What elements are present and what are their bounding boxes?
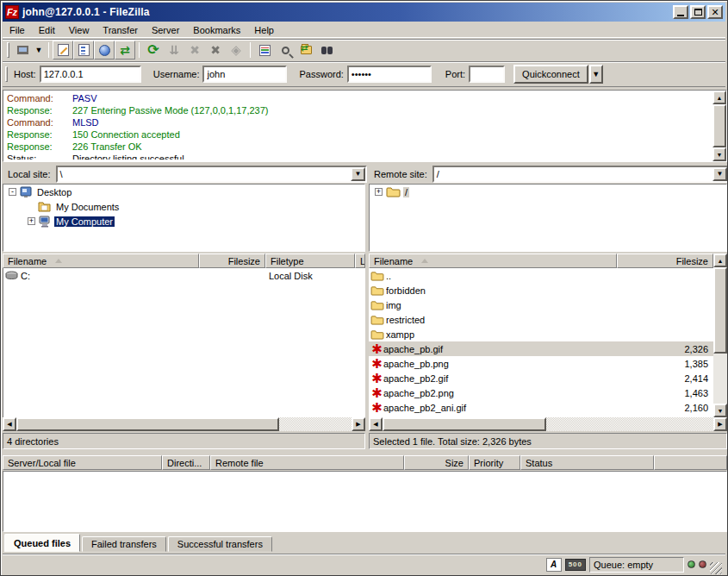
scroll-left-button[interactable]: ◀: [369, 417, 383, 431]
maximize-icon: [694, 9, 702, 16]
resize-grip[interactable]: [710, 562, 722, 574]
site-manager-button[interactable]: [12, 41, 33, 59]
tab-queued-files[interactable]: Queued files: [4, 534, 80, 552]
tree-item-my-documents[interactable]: My Documents: [3, 199, 364, 214]
password-input[interactable]: [347, 66, 432, 83]
directory-listing-filters-button[interactable]: [254, 41, 275, 59]
menu-server[interactable]: Server: [145, 23, 186, 37]
collapse-icon[interactable]: -: [9, 188, 16, 196]
title-bar[interactable]: Fz john@127.0.0.1 - FileZilla ✕: [3, 3, 725, 22]
toolbar-grip[interactable]: [7, 42, 9, 58]
host-input[interactable]: [40, 66, 141, 83]
file-row[interactable]: xampp: [369, 327, 713, 341]
directory-comparison-button[interactable]: [316, 41, 337, 59]
column-header-size[interactable]: Size: [404, 455, 469, 470]
local-list-status: 4 directories: [3, 433, 365, 449]
column-header-status[interactable]: Status: [520, 455, 654, 470]
sort-ascending-icon: [55, 259, 62, 263]
file-row[interactable]: ✱apache_pb2.gif 2,414: [369, 371, 713, 385]
scroll-down-button[interactable]: ▼: [713, 404, 727, 417]
file-row[interactable]: restricted: [369, 312, 713, 327]
file-row[interactable]: ✱apache_pb2_ani.gif 2,160: [369, 400, 713, 415]
transfer-type-indicator-icon[interactable]: A: [546, 558, 562, 572]
close-button[interactable]: ✕: [707, 5, 723, 19]
minimize-button[interactable]: [673, 5, 688, 19]
column-header-filetype[interactable]: Filetype: [265, 254, 355, 268]
remote-horizontal-scrollbar[interactable]: ◀ ▶: [369, 417, 727, 431]
tab-successful-transfers[interactable]: Successful transfers: [168, 536, 272, 552]
scroll-down-button[interactable]: ▼: [712, 147, 726, 161]
scrollbar-thumb[interactable]: [383, 417, 546, 431]
local-site-dropdown-button[interactable]: ▼: [351, 167, 365, 181]
remote-site-combo[interactable]: / ▼: [432, 166, 727, 183]
menu-transfer[interactable]: Transfer: [96, 23, 145, 37]
column-header-remote-file[interactable]: Remote file: [210, 455, 404, 470]
quickconnect-bar: Host: Username: Password: Port: Quickcon…: [3, 61, 725, 87]
toggle-local-tree-button[interactable]: [73, 41, 94, 59]
toggle-remote-tree-button[interactable]: [94, 41, 115, 59]
file-search-button[interactable]: [275, 41, 296, 59]
file-row-selected[interactable]: ✱apache_pb.gif 2,326: [369, 341, 713, 356]
file-row-c-drive[interactable]: C: Local Disk: [3, 268, 365, 283]
remote-vertical-scrollbar[interactable]: ▲ ▼: [713, 254, 727, 417]
menu-file[interactable]: File: [3, 23, 32, 37]
menu-edit[interactable]: Edit: [32, 23, 62, 37]
column-header-server-local-file[interactable]: Server/Local file: [3, 455, 162, 470]
remote-list-body: .. forbidden img restricted xampp ✱apach…: [369, 268, 713, 417]
quickconnect-grip[interactable]: [5, 66, 8, 82]
menu-bookmarks[interactable]: Bookmarks: [186, 23, 247, 37]
column-header-priority[interactable]: Priority: [469, 455, 520, 470]
port-input[interactable]: [469, 66, 505, 83]
expand-icon[interactable]: +: [28, 217, 35, 225]
synchronized-browsing-button[interactable]: ⇄: [296, 41, 316, 59]
tree-item-my-computer[interactable]: + My Computer: [3, 214, 364, 229]
remote-site-path[interactable]: /: [432, 166, 728, 183]
scrollbar-thumb[interactable]: [712, 104, 726, 147]
remote-site-dropdown-button[interactable]: ▼: [712, 167, 727, 181]
horizontal-splitter[interactable]: [3, 450, 725, 454]
file-row[interactable]: ✱apache_pb2.png 1,463: [369, 385, 713, 400]
username-input[interactable]: [202, 66, 287, 83]
menu-help[interactable]: Help: [247, 23, 281, 37]
process-queue-button[interactable]: ⇊: [164, 41, 184, 59]
file-row[interactable]: ✱apache_pb.png 1,385: [369, 356, 713, 371]
scroll-right-button[interactable]: ▶: [352, 417, 365, 431]
scroll-left-button[interactable]: ◀: [3, 417, 16, 431]
tab-failed-transfers[interactable]: Failed transfers: [82, 536, 166, 552]
maximize-button[interactable]: [690, 5, 706, 19]
log-vertical-scrollbar[interactable]: ▲ ▼: [712, 91, 726, 161]
column-header-filename[interactable]: Filename: [3, 254, 199, 268]
toggle-transfer-queue-button[interactable]: ⇄: [115, 41, 135, 59]
local-horizontal-scrollbar[interactable]: ◀ ▶: [3, 417, 365, 431]
column-header-lastmodified[interactable]: L: [355, 254, 365, 268]
quickconnect-dropdown-button[interactable]: ▼: [589, 65, 603, 84]
column-header-filesize[interactable]: Filesize: [617, 254, 713, 268]
column-header-direction[interactable]: Directi...: [162, 455, 210, 470]
local-site-path[interactable]: \: [56, 166, 367, 183]
disconnect-button[interactable]: ✖: [205, 41, 226, 59]
refresh-button[interactable]: ⟳: [143, 41, 164, 59]
log-line: Status:Directory listing successful: [7, 153, 711, 160]
scrollbar-thumb[interactable]: [713, 267, 727, 354]
speed-limit-icon[interactable]: 500: [565, 559, 586, 571]
reconnect-button[interactable]: ◈: [226, 41, 246, 59]
file-row[interactable]: img: [369, 297, 713, 312]
toggle-message-log-button[interactable]: [53, 41, 73, 59]
column-header-filesize[interactable]: Filesize: [199, 254, 265, 268]
file-row[interactable]: ..: [369, 268, 713, 283]
scroll-right-button[interactable]: ▶: [713, 417, 727, 431]
scrollbar-thumb[interactable]: [16, 417, 279, 431]
file-row[interactable]: forbidden: [369, 283, 713, 297]
scroll-up-button[interactable]: ▲: [712, 91, 726, 104]
quickconnect-button[interactable]: Quickconnect: [513, 65, 588, 84]
menu-view[interactable]: View: [62, 23, 96, 37]
tree-item-desktop[interactable]: - Desktop: [3, 185, 364, 199]
scroll-up-button[interactable]: ▲: [713, 254, 727, 267]
cancel-operation-button[interactable]: ✖: [184, 41, 205, 59]
expand-icon[interactable]: +: [375, 188, 383, 196]
tree-item-root[interactable]: + /: [370, 185, 726, 199]
column-header-filename[interactable]: Filename: [369, 254, 617, 268]
desktop-icon: [20, 186, 33, 198]
local-site-combo[interactable]: \ ▼: [56, 166, 365, 183]
site-manager-dropdown-button[interactable]: ▼: [33, 41, 45, 59]
